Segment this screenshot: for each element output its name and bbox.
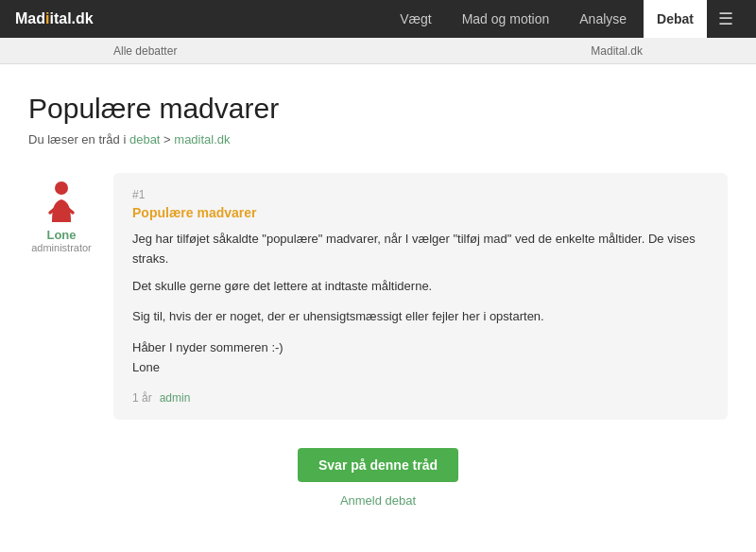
site-logo[interactable]: Madiital.dk (15, 10, 94, 27)
navbar: Madiital.dk Vægt Mad og motion Analyse D… (0, 0, 756, 38)
subnav-alle-debatter[interactable]: Alle debatter (113, 44, 177, 58)
post-number: #1 (132, 188, 709, 201)
breadcrumb-separator: > (160, 132, 174, 147)
post-body-line2: Det skulle gerne gøre det lettere at ind… (132, 277, 709, 297)
author-section: Lone administrator (28, 173, 94, 253)
actions-section: Svar på denne tråd Anmeld debat (28, 448, 728, 508)
nav-link-vaegt[interactable]: Vægt (387, 0, 444, 38)
breadcrumb: Du læser en tråd i debat > madital.dk (28, 132, 728, 147)
post-footer: 1 år admin (132, 391, 709, 405)
nav-links: Vægt Mad og motion Analyse Debat ☰ (387, 0, 741, 38)
post-body-line5: Lone (132, 358, 709, 378)
post-body-line1: Jeg har tilføjet såkaldte "populære" mad… (132, 230, 709, 269)
logo-text-1: Mad (15, 10, 45, 27)
post-card: #1 Populære madvarer Jeg har tilføjet så… (113, 173, 728, 420)
svg-point-0 (55, 181, 68, 195)
breadcrumb-link-madital[interactable]: madital.dk (174, 132, 230, 147)
author-name[interactable]: Lone (46, 228, 76, 242)
author-role: administrator (31, 242, 92, 253)
nav-link-debat[interactable]: Debat (644, 0, 707, 38)
post-title: Populære madvarer (132, 205, 709, 220)
main-content: Populære madvarer Du læser en tråd i deb… (9, 64, 747, 545)
post-age: 1 år (132, 391, 152, 405)
logo-text-2: ital.dk (49, 10, 93, 27)
author-avatar-icon (44, 181, 78, 222)
post-admin-link[interactable]: admin (160, 391, 191, 405)
nav-link-mad-og-motion[interactable]: Mad og motion (449, 0, 563, 38)
post-body: Jeg har tilføjet såkaldte "populære" mad… (132, 230, 709, 378)
subnav-madital[interactable]: Madital.dk (591, 44, 643, 58)
reply-button[interactable]: Svar på denne tråd (298, 448, 458, 482)
breadcrumb-prefix: Du læser en tråd i (28, 132, 129, 147)
post-body-line4: Håber I nyder sommeren :-) (132, 338, 709, 358)
post-body-line3: Sig til, hvis der er noget, der er uhens… (132, 307, 709, 327)
breadcrumb-link-debat[interactable]: debat (129, 132, 161, 147)
subnav: Alle debatter Madital.dk (0, 38, 756, 64)
thread-container: Lone administrator #1 Populære madvarer … (28, 173, 728, 420)
page-title: Populære madvarer (28, 93, 728, 125)
arrow-decoration (728, 476, 756, 545)
nav-link-analyse[interactable]: Analyse (566, 0, 640, 38)
report-link[interactable]: Anmeld debat (340, 493, 416, 508)
hamburger-icon[interactable]: ☰ (711, 9, 741, 29)
